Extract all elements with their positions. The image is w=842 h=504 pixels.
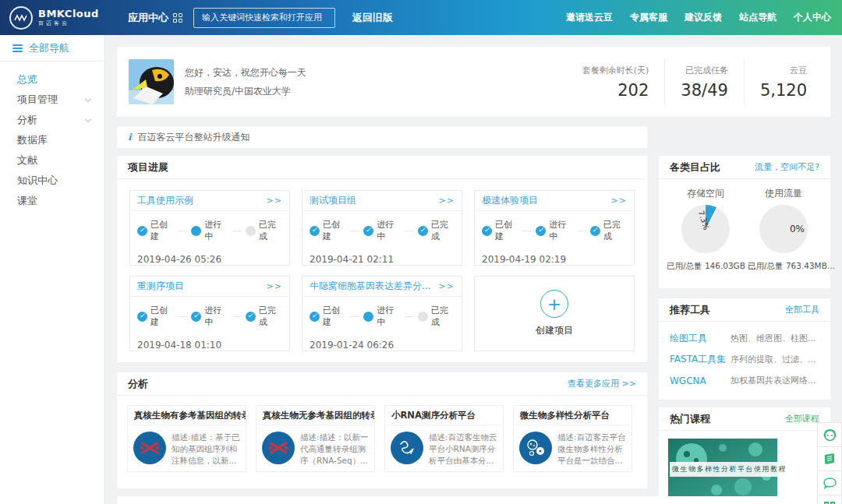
project-title[interactable]: 极速体验项目 (482, 194, 538, 207)
header-link-sitemap[interactable]: 站点导航 (739, 11, 777, 24)
view-more-apps-link[interactable]: 查看更多应用 >> (568, 378, 636, 389)
sidebar-item-project-management[interactable]: 项目管理 (0, 90, 104, 110)
recommended-tools-section: 推荐工具 全部工具 绘图工具 热图、维恩图、柱图... FASTA工具集 序列的… (659, 298, 830, 400)
step-done-icon (536, 226, 546, 236)
tool-link-drawing[interactable]: 绘图工具 (670, 332, 731, 345)
sidebar-item-analysis[interactable]: 分析 (0, 110, 104, 130)
dna-app-icon (133, 432, 166, 464)
project-more-link[interactable]: >> (267, 281, 282, 291)
app-card[interactable]: 真核生物有参考基因组的转录... 描述:描述：基于已知的基因组序列和注释信息，以… (127, 405, 246, 472)
tool-row: FASTA工具集 序列的提取、过滤、... (659, 349, 830, 370)
header-link-invite[interactable]: 邀请送云豆 (566, 11, 613, 24)
app-card[interactable]: 微生物多样性分析平台 描述:百迈客云平台微生物多样性分析平台是一款结合... (513, 405, 632, 472)
section-title-courses: 热门课程 (670, 412, 710, 426)
traffic-pie-box: 使用流量 0% (745, 184, 823, 253)
section-title-analysis: 分析 (128, 377, 148, 391)
project-title[interactable]: 测试项目组 (310, 194, 356, 207)
notice-text[interactable]: 百迈客云平台整站升级通知 (138, 131, 250, 144)
section-title-tools: 推荐工具 (670, 303, 710, 317)
dashboard-screen: BMKCloud 百迈客云 应用中心 返回旧版 邀请送云豆 专属客服 建议反馈 … (0, 0, 842, 504)
app-description: 描述:描述：基于已知的基因组序列和注释信息，以新... (172, 432, 240, 467)
project-more-link[interactable]: >> (267, 196, 282, 206)
chevron-down-icon (85, 96, 91, 102)
customer-service-icon[interactable] (817, 422, 842, 447)
book-icon[interactable] (817, 446, 842, 471)
logo-wave-icon (9, 6, 33, 30)
storage-total: 已用/总量 146.03GB ... (665, 261, 746, 272)
app-card[interactable]: 小RNA测序分析平台 描述:百迈客生物云平台小RNA测序分析平台由基本分... (384, 405, 504, 472)
project-more-link[interactable]: >> (611, 196, 627, 206)
all-courses-link[interactable]: 全部课程 (785, 413, 819, 425)
create-project-button[interactable]: + 创建项目 (474, 276, 635, 351)
chat-icon[interactable] (817, 471, 842, 495)
step-done-icon (418, 226, 428, 236)
sidebar-item-overview[interactable]: 总览 (0, 69, 104, 90)
project-more-link[interactable]: >> (439, 196, 455, 206)
project-steps: 已创建 进行中 已完成 (302, 219, 462, 242)
project-steps: 已创建 进行中 已完成 (130, 305, 289, 328)
project-title[interactable]: 牛隐窝细胞基因表达差异分... (310, 280, 430, 293)
project-more-link[interactable]: >> (439, 281, 455, 291)
all-tools-link[interactable]: 全部工具 (785, 304, 819, 315)
tool-row: WGCNA 加权基因共表达网络... (659, 370, 830, 391)
logo-title: BMKCloud (38, 9, 99, 19)
project-date: 2019-04-18 01:10 (130, 340, 289, 351)
qrcode-icon[interactable] (817, 495, 842, 504)
project-steps: 已创建 进行中 已完成 (475, 219, 634, 242)
analysis-section: 分析 查看更多应用 >> 真核生物有参考基因组的转录... 描述:描述：基于已知… (117, 372, 647, 488)
project-title[interactable]: 重测序项目 (137, 280, 184, 293)
project-steps: 已创建 进行中 已完成 (130, 219, 289, 242)
step-pending-icon (246, 226, 256, 236)
project-card: 工具使用示例 >> 已创建 进行中 已完成 2019-04-26 05:26 (129, 190, 290, 266)
sidebar-item-classroom[interactable]: 课堂 (0, 191, 104, 211)
project-date: 2019-04-19 02:19 (475, 254, 634, 265)
app-grid-icon (173, 13, 182, 23)
section-title-projects: 项目进展 (128, 160, 168, 174)
bmkcloud-logo[interactable]: BMKCloud 百迈客云 (9, 6, 111, 30)
stat-package-days: 套餐剩余时长(天) 202 (567, 59, 665, 104)
header-link-feedback[interactable]: 建议反馈 (685, 11, 722, 24)
project-progress-section: 项目进展 工具使用示例 >> 已创建 进行中 已完成 2019-04-26 05… (117, 156, 647, 362)
app-description: 描述:百迈客云平台微生物多样性分析平台是一款结合... (557, 432, 626, 467)
step-done-icon (137, 312, 147, 322)
quota-shortage-link[interactable]: 流量，空间不足? (755, 161, 819, 173)
step-done-icon (482, 226, 492, 236)
sidebar-item-database[interactable]: 数据库 (0, 130, 104, 150)
storage-pie-box: 存储空间 7.3% (667, 184, 745, 253)
project-title[interactable]: 工具使用示例 (137, 194, 193, 207)
tool-link-wgcna[interactable]: WGCNA (670, 375, 731, 386)
stat-completed-tasks: 已完成任务 38/49 (664, 59, 744, 104)
traffic-total: 已用/总量 763.43MB... (746, 261, 835, 272)
notice-bar: i 百迈客云平台整站升级通知 (117, 126, 647, 148)
avatar[interactable] (129, 59, 174, 104)
tool-link-fasta[interactable]: FASTA工具集 (670, 353, 731, 366)
app-center-button[interactable]: 应用中心 (128, 11, 182, 25)
course-caption: 微生物多样性分析平台使用教程 (670, 462, 789, 477)
app-description: 描述:描述：以新一代高通量转录组测序（RNA-Seq）... (300, 432, 369, 467)
header-link-support[interactable]: 专属客服 (630, 11, 667, 24)
app-card[interactable]: 真核生物无参考基因组的转录... 描述:描述：以新一代高通量转录组测序（RNA-… (256, 405, 375, 472)
header-links: 邀请送云豆 专属客服 建议反馈 站点导航 个人中心 (549, 11, 831, 24)
hot-courses-section: 热门课程 全部课程 微生物多样性分析平台使用教程 (659, 407, 830, 504)
logo-subtitle: 百迈客云 (38, 19, 99, 27)
rna-app-icon (391, 432, 423, 464)
project-steps: 已创建 进行中 已完成 (302, 305, 462, 328)
step-pending-icon (418, 312, 428, 322)
floating-toolbar (817, 423, 842, 504)
search-input[interactable] (193, 8, 335, 28)
storage-pie-chart: 7.3% (681, 205, 730, 253)
step-done-icon (363, 226, 373, 236)
all-navigation-button[interactable]: 全部导航 (0, 35, 104, 62)
user-info-card: 您好，安达，祝您开心每一天 助理研究员/中国农业大学 套餐剩余时长(天) 202… (117, 47, 830, 117)
step-done-icon (590, 226, 600, 236)
dna-app-icon (262, 432, 295, 464)
course-thumbnail[interactable]: 微生物多样性分析平台使用教程 (668, 439, 777, 501)
project-card: 牛隐窝细胞基因表达差异分... >> 已创建 进行中 已完成 2019-01-2… (302, 276, 462, 351)
step-done-icon (191, 312, 201, 322)
step-done-icon (310, 226, 320, 236)
sidebar-item-literature[interactable]: 文献 (0, 150, 104, 171)
hamburger-icon (12, 43, 23, 54)
back-to-old-version-button[interactable]: 返回旧版 (352, 11, 393, 25)
header-link-profile[interactable]: 个人中心 (794, 11, 831, 24)
sidebar-item-knowledge-center[interactable]: 知识中心 (0, 171, 104, 191)
